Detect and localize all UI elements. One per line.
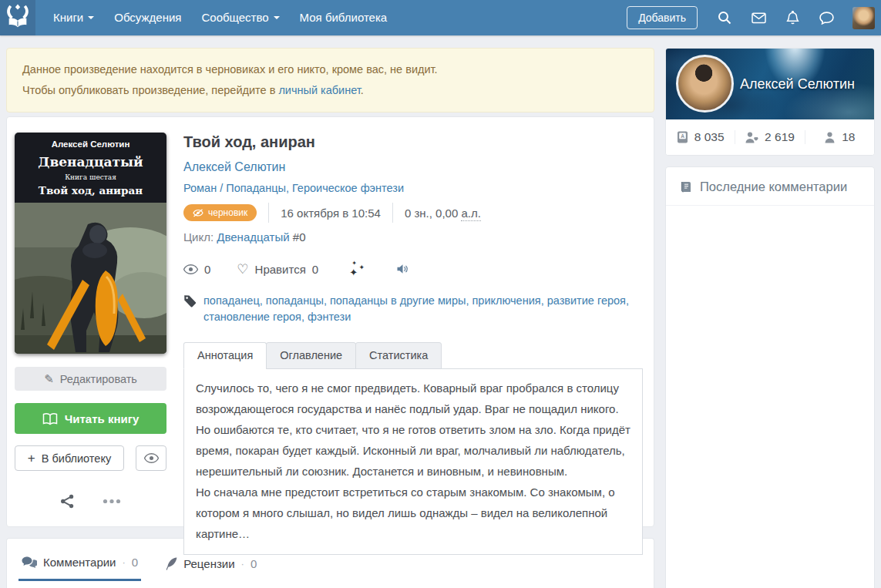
mail-icon[interactable] bbox=[752, 12, 766, 24]
tag-link[interactable]: приключения bbox=[472, 294, 541, 307]
tag-separator: , bbox=[626, 294, 629, 307]
annotation-paragraph: Но сначала мне предстоит встретиться со … bbox=[196, 482, 630, 544]
tag-link[interactable]: попаданец bbox=[203, 294, 260, 307]
nav-item-label: Моя библиотека bbox=[300, 0, 388, 35]
nav-item-community[interactable]: Сообщество bbox=[191, 0, 289, 35]
nav-right-controls: Добавить bbox=[627, 6, 881, 29]
add-button[interactable]: Добавить bbox=[627, 6, 698, 29]
recent-comments-header: Последние комментарии bbox=[666, 167, 874, 206]
author-card: Алексей Селютин A 8 035 2 619 18 bbox=[665, 48, 875, 156]
watch-button[interactable] bbox=[136, 445, 166, 471]
nav-item-my-library[interactable]: Моя библиотека bbox=[290, 0, 398, 35]
ellipsis-icon[interactable] bbox=[103, 499, 121, 504]
nav-item-discussions[interactable]: Обсуждения bbox=[104, 0, 191, 35]
site-logo[interactable] bbox=[0, 0, 35, 35]
author-name-link[interactable]: Алексей Селютин bbox=[740, 76, 855, 92]
author-avatar[interactable] bbox=[676, 55, 734, 113]
genre-line: Роман / Попаданцы, Героическое фэнтези bbox=[183, 182, 643, 194]
read-button-label: Читать книгу bbox=[65, 412, 140, 425]
genre-separator: / bbox=[217, 182, 226, 194]
recent-comments-title: Последние комментарии bbox=[700, 180, 847, 194]
chevron-down-icon bbox=[274, 16, 280, 19]
views-counter: 0 bbox=[183, 263, 210, 276]
nav-item-books[interactable]: Книги bbox=[43, 0, 104, 35]
draft-notice-text: Чтобы опубликовать произведение, перейди… bbox=[22, 84, 278, 96]
cover-artwork bbox=[15, 203, 166, 354]
cover-author: Алексей Селютин bbox=[15, 139, 166, 149]
book-left-column: Алексей Селютин Двенадцатый Книга шестая… bbox=[15, 133, 166, 511]
read-book-button[interactable]: Читать книгу bbox=[15, 403, 166, 434]
sidebar: Алексей Селютин A 8 035 2 619 18 bbox=[665, 48, 875, 588]
tab-reviews-label: Рецензии bbox=[183, 557, 234, 570]
personal-cabinet-link[interactable]: личный кабинет bbox=[278, 84, 360, 96]
quill-icon bbox=[166, 557, 177, 570]
friends-count: 18 bbox=[842, 130, 855, 144]
nav-menu: Книги Обсуждения Сообщество Моя библиоте… bbox=[43, 0, 397, 35]
tag-list: попаданец, попаданцы, попаданцы в другие… bbox=[203, 293, 643, 325]
annotation-paragraph: Но ошибаются те, кто считает, что я не г… bbox=[196, 419, 630, 482]
author-banner: Алексей Селютин bbox=[666, 49, 874, 119]
friends-icon bbox=[824, 132, 836, 143]
like-button[interactable]: ♡ Нравится 0 bbox=[237, 263, 318, 276]
svg-text:A: A bbox=[681, 133, 684, 139]
genre-separator: , bbox=[286, 182, 292, 194]
comments-count: 0 bbox=[132, 556, 138, 569]
chevron-down-icon bbox=[88, 16, 94, 19]
edit-button-label: Редактировать bbox=[60, 373, 137, 385]
tag-link[interactable]: становление героя bbox=[203, 311, 301, 323]
tag-link[interactable]: фэнтези bbox=[308, 311, 351, 323]
followers-stat[interactable]: 2 619 bbox=[735, 130, 804, 144]
edit-button[interactable]: ✎ Редактировать bbox=[15, 367, 166, 391]
size-abbr[interactable]: а.л. bbox=[461, 207, 480, 221]
status-badge-label: черновик bbox=[208, 207, 247, 218]
like-label: Нравится bbox=[255, 263, 306, 276]
tag-link[interactable]: попаданцы в другие миры bbox=[330, 294, 466, 307]
genre-link[interactable]: Героическое фэнтези bbox=[292, 182, 404, 194]
book-cover[interactable]: Алексей Селютин Двенадцатый Книга шестая… bbox=[15, 133, 166, 354]
author-link[interactable]: Алексей Селютин bbox=[183, 160, 285, 173]
nav-item-label: Книги bbox=[53, 0, 83, 35]
nav-item-label: Обсуждения bbox=[114, 0, 181, 35]
bell-icon[interactable] bbox=[786, 11, 799, 25]
publish-date: 16 октября в 10:54 bbox=[281, 207, 381, 220]
genre-link[interactable]: Попаданцы bbox=[226, 182, 286, 194]
recent-comments-card: Последние комментарии bbox=[665, 166, 875, 588]
share-row bbox=[15, 494, 166, 509]
book-tabs: АннотацияОглавлениеСтатистика bbox=[183, 342, 643, 369]
tab-statistics[interactable]: Статистика bbox=[355, 342, 442, 369]
page-body: Данное произведение находится в черновик… bbox=[0, 35, 881, 588]
add-to-library-button[interactable]: + В библиотеку bbox=[15, 445, 124, 471]
friends-stat[interactable]: 18 bbox=[805, 130, 874, 144]
chat-icon[interactable] bbox=[819, 12, 834, 25]
cycle-number: #0 bbox=[293, 230, 306, 244]
share-icon[interactable] bbox=[60, 494, 75, 509]
cover-text-block: Алексей Селютин Двенадцатый Книга шестая… bbox=[15, 133, 166, 197]
tag-link[interactable]: развитие героя bbox=[547, 294, 626, 307]
reviews-count: 0 bbox=[251, 557, 257, 570]
tag-separator: , bbox=[324, 294, 330, 307]
genre-link[interactable]: Роман bbox=[183, 182, 217, 194]
tag-link[interactable]: попаданцы bbox=[266, 294, 324, 307]
eye-slash-icon bbox=[193, 209, 203, 217]
search-icon[interactable] bbox=[718, 11, 731, 25]
comments-tabs: Комментарии · 0 Рецензии · 0 bbox=[18, 554, 638, 581]
user-avatar[interactable] bbox=[852, 7, 875, 29]
audio-icon[interactable] bbox=[395, 263, 409, 275]
sparkles-icon[interactable]: ✦✦✦ bbox=[349, 261, 365, 277]
tab-reviews[interactable]: Рецензии · 0 bbox=[163, 554, 260, 581]
separator bbox=[392, 203, 393, 223]
cover-book-title: Твой ход, аниран bbox=[15, 184, 166, 197]
book-details: Твой ход, аниран Алексей Селютин Роман /… bbox=[183, 133, 643, 511]
tab-contents[interactable]: Оглавление bbox=[266, 342, 356, 369]
tab-comments[interactable]: Комментарии · 0 bbox=[18, 554, 141, 581]
followers-count: 2 619 bbox=[765, 130, 795, 144]
tags-row: попаданец, попаданцы, попаданцы в другие… bbox=[183, 293, 643, 325]
library-button-label: В библиотеку bbox=[42, 452, 111, 465]
cover-series-title: Двенадцатый bbox=[15, 154, 166, 170]
phoenix-book-logo-icon bbox=[5, 3, 31, 32]
chat-bubbles-icon bbox=[22, 556, 37, 569]
tab-annotation[interactable]: Аннотация bbox=[183, 342, 267, 369]
open-book-icon bbox=[42, 412, 58, 425]
works-stat[interactable]: A 8 035 bbox=[666, 130, 735, 144]
cycle-link[interactable]: Двенадцатый bbox=[217, 230, 289, 244]
